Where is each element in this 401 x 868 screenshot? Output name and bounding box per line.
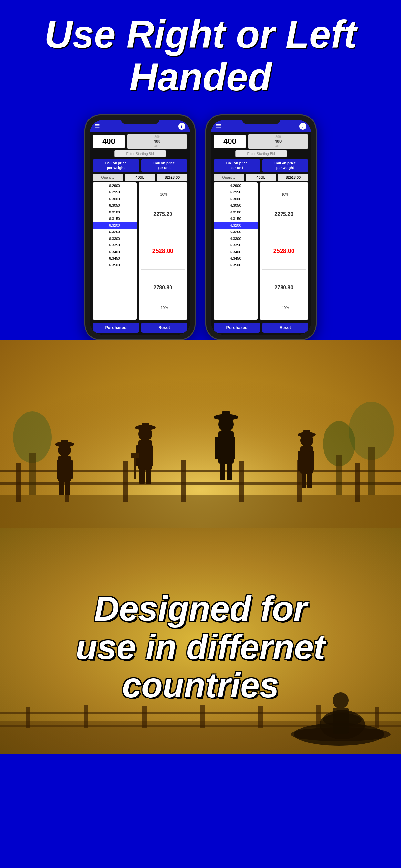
- calc-minus-val-left: 2275.20: [153, 212, 172, 217]
- price-item: 6.3100: [93, 209, 136, 216]
- calc-panel-right: - 10% 2275.20 2528.00 2780.80 + 10%: [259, 182, 309, 320]
- svg-rect-1: [0, 495, 401, 528]
- price-item: 6.3450: [93, 255, 136, 262]
- price-item-r: 6.3050: [214, 202, 258, 209]
- menu-icon-right[interactable]: ☰: [216, 123, 221, 130]
- svg-rect-48: [29, 454, 35, 495]
- call-unit-btn-left[interactable]: Call on priceper unit: [141, 159, 188, 172]
- svg-rect-30: [229, 437, 235, 459]
- starting-bid-right[interactable]: Enter Starting Bid: [235, 150, 287, 157]
- bottom-line1: Designed for: [94, 589, 307, 628]
- app-content-left: 400 399 400 401 Enter Starting Bid Call …: [90, 132, 190, 335]
- svg-rect-49: [368, 447, 375, 495]
- purchased-btn-right[interactable]: Purchased: [214, 322, 260, 333]
- calc-plus-label-left: + 10%: [158, 306, 168, 310]
- reset-btn-left[interactable]: Reset: [141, 322, 188, 333]
- starting-bid-row-right: Enter Starting Bid: [214, 150, 308, 157]
- svg-rect-29: [215, 437, 220, 459]
- calc-divider-bot-left: [141, 269, 185, 270]
- qty-label-left: Quantity: [93, 174, 123, 181]
- starting-bid-row-left: Enter Starting Bid: [93, 150, 187, 157]
- bid-display-right[interactable]: 400: [214, 135, 246, 148]
- price-item: 6.3050: [93, 202, 136, 209]
- price-list-left: 6.2900 6.2950 6.3000 6.3050 6.3100 6.315…: [93, 182, 136, 320]
- calc-panel-left: - 10% 2275.20 2528.00 2780.80 + 10%: [138, 182, 188, 320]
- call-weight-btn-right[interactable]: Call on priceper weight: [262, 159, 309, 172]
- scroll-mid: 400: [154, 139, 161, 144]
- price-item-highlighted: 6.3200: [93, 222, 136, 229]
- header-title: Use Right or Left Handed: [10, 13, 391, 98]
- price-item: 6.3500: [93, 262, 136, 269]
- price-item-r: 6.2900: [214, 182, 258, 189]
- btn-row-right: Call on priceper weight Call on priceper…: [214, 159, 308, 172]
- info-icon-right[interactable]: i: [299, 123, 306, 130]
- svg-rect-42: [304, 430, 310, 435]
- scene-section: [0, 340, 401, 528]
- purchased-btn-left[interactable]: Purchased: [93, 322, 139, 333]
- phone-screen-left: ☰ i 400 399 400 401 Enter Starting Bid: [90, 120, 190, 335]
- price-item-r: 6.3350: [214, 242, 258, 249]
- reset-btn-right[interactable]: Reset: [262, 322, 309, 333]
- svg-rect-39: [302, 473, 306, 488]
- bottom-title: Designed for use in differnet countries: [76, 590, 325, 705]
- calc-main-val-left: 2528.00: [152, 248, 174, 254]
- call-unit-btn-right[interactable]: Call on priceper unit: [214, 159, 260, 172]
- svg-rect-16: [65, 481, 70, 495]
- bottom-line2: use in differnet: [76, 627, 325, 666]
- bottom-line3: countries: [122, 665, 279, 705]
- price-item-r: 6.3150: [214, 215, 258, 222]
- price-item-r: 6.3450: [214, 255, 258, 262]
- bid-display-left[interactable]: 400: [93, 135, 125, 148]
- svg-rect-50: [336, 455, 342, 495]
- svg-rect-31: [220, 462, 225, 480]
- app-content-right: 400 399 400 401 Enter Starting Bid Call …: [211, 132, 311, 335]
- price-item-r: 6.3300: [214, 236, 258, 242]
- price-item-highlighted-r: 6.3200: [214, 222, 258, 229]
- svg-rect-15: [59, 481, 64, 495]
- svg-rect-14: [68, 460, 73, 479]
- calc-plus-label-right: + 10%: [279, 306, 289, 310]
- svg-rect-24: [146, 468, 151, 484]
- svg-rect-8: [239, 461, 244, 502]
- scroll-picker-right[interactable]: 399 400 401: [248, 134, 308, 149]
- phones-section: ☰ i 400 399 400 401 Enter Starting Bid: [0, 108, 401, 340]
- calc-minus-label-left: - 10%: [158, 192, 167, 196]
- svg-rect-6: [123, 461, 127, 502]
- qty-price-right: $2528.00: [278, 174, 308, 181]
- calc-divider-bot-right: [262, 269, 306, 270]
- calc-divider-top-right: [262, 232, 306, 232]
- menu-icon-left[interactable]: ☰: [95, 123, 100, 130]
- bottom-btn-row-right: Purchased Reset: [214, 321, 308, 333]
- svg-rect-10: [355, 463, 360, 502]
- svg-rect-37: [298, 451, 302, 471]
- price-item: 6.2950: [93, 189, 136, 196]
- price-item: 6.3300: [93, 236, 136, 242]
- svg-rect-40: [307, 473, 312, 488]
- starting-bid-left[interactable]: Enter Starting Bid: [114, 150, 166, 157]
- main-display-left: 6.2900 6.2950 6.3000 6.3050 6.3100 6.315…: [93, 182, 187, 320]
- svg-rect-7: [181, 460, 186, 502]
- price-item: 6.3400: [93, 249, 136, 255]
- info-icon-left[interactable]: i: [178, 123, 185, 130]
- scroll-top-r: 399: [275, 135, 281, 139]
- svg-rect-32: [227, 462, 233, 480]
- scroll-mid-r: 400: [275, 139, 282, 144]
- qty-weight-left: 400lb: [125, 174, 155, 181]
- scroll-bot: 401: [154, 144, 160, 148]
- bid-row-right: 400 399 400 401: [214, 134, 308, 149]
- svg-rect-38: [309, 451, 314, 471]
- scroll-picker-left[interactable]: 399 400 401: [127, 134, 187, 149]
- phone-notch-left: [121, 115, 159, 124]
- btn-row-left: Call on priceper weight Call on priceper…: [93, 159, 187, 172]
- call-weight-btn-left[interactable]: Call on priceper weight: [93, 159, 139, 172]
- phone-notch-right: [242, 115, 281, 124]
- scroll-top: 399: [154, 135, 160, 139]
- qty-label-right: Quantity: [214, 174, 244, 181]
- price-item-r: 6.3250: [214, 228, 258, 236]
- bottom-text-container: Designed for use in differnet countries: [0, 528, 401, 754]
- scene-svg: [0, 340, 401, 528]
- main-display-right: - 10% 2275.20 2528.00 2780.80 + 10% 6.29…: [214, 182, 308, 320]
- svg-rect-44: [131, 454, 139, 458]
- svg-rect-13: [57, 460, 61, 479]
- svg-rect-18: [61, 440, 68, 445]
